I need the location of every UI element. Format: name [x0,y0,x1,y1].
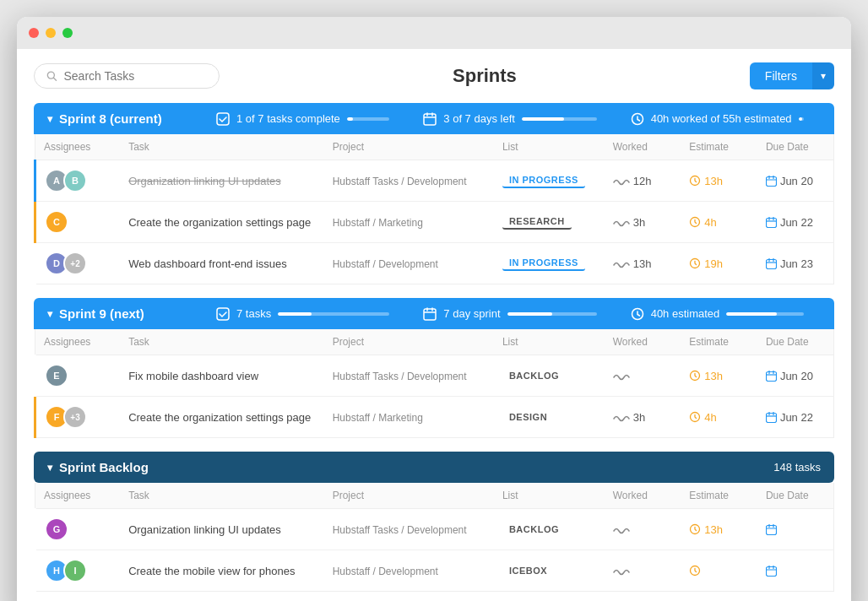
clock-stat-icon [631,112,644,126]
chevron-icon[interactable]: ▾ [47,462,52,474]
assignees-cell: HI [35,550,121,592]
duedate-value: Jun 22 [766,411,825,424]
sprint-stat3-sprint9: 40h estimated [614,307,821,321]
list-badge: IN PROGRESS [502,173,585,188]
sprint-title-sprint8: ▾ Sprint 8 (current) [47,111,199,126]
svg-rect-24 [424,309,436,320]
sprint-stat1-sprint8: 1 of 7 tasks complete [199,112,406,126]
close-dot[interactable] [29,28,39,38]
project-cell: Hubstaff Tasks / Development [324,355,494,397]
col-header-list: List [494,483,605,509]
filters-caret-button[interactable]: ▾ [812,62,834,89]
sprint-stat2-text: 7 day sprint [443,307,500,320]
duedate-value: Jun 20 [766,175,825,187]
col-header-worked: Worked [605,329,681,355]
project-name: Hubstaff Tasks / Development [333,371,467,382]
calendar-stat-icon [423,112,437,126]
assignees-cell: D+2 [35,243,121,284]
project-name: Hubstaff / Development [333,258,438,270]
chevron-icon[interactable]: ▾ [47,113,52,125]
list-cell: BACKLOG [494,355,605,397]
filters-button[interactable]: Filters [750,62,812,89]
project-cell: Hubstaff Tasks / Development [324,509,494,550]
top-bar: Sprints Filters ▾ [34,62,834,89]
sprint-stat1-text: 7 tasks [236,307,271,320]
col-header-assignees: Assignees [35,483,121,509]
estimate-value: 13h [689,175,749,187]
estimate-cell: 13h [681,355,757,397]
duedate-cell: Jun 22 [757,202,834,243]
maximize-dot[interactable] [62,28,73,38]
svg-rect-3 [424,114,436,125]
search-input[interactable] [63,69,207,83]
sprint-stat2-text: 3 of 7 days left [443,112,515,125]
app-body: Sprints Filters ▾ ▾ Sprint 8 (current) 1… [17,49,851,601]
task-cell[interactable]: Web dashboard front-end issues [120,243,324,284]
project-name: Hubstaff Tasks / Development [333,524,467,536]
table-row: AB Organization linking UI updates Hubst… [35,160,834,202]
table-row: HI Create the mobile view for phones Hub… [35,550,834,592]
col-header-project: Project [324,329,494,355]
estimate-cell: 4h [681,202,757,243]
avatar-count: +2 [63,252,87,275]
stat-bar2 [522,117,597,121]
list-badge: IN PROGRESS [502,256,585,271]
col-header-task: Task [120,483,324,509]
table-row: E Fix mobile dashboard view Hubstaff Tas… [35,355,834,397]
clock-stat-icon [631,307,644,321]
project-name: Hubstaff / Marketing [333,217,423,229]
estimate-value: 4h [689,411,749,424]
estimate-cell: 13h [681,160,757,202]
assignees-cell: F+3 [35,397,121,438]
task-cell[interactable]: Organization linking UI updates [120,509,324,550]
col-header-worked: Worked [605,134,681,160]
task-cell[interactable]: Create the mobile view for phones [120,550,324,592]
task-name: Create the organization settings page [128,411,311,424]
list-badge: RESEARCH [502,214,572,230]
col-header-estimate: Estimate [681,483,757,509]
worked-value [613,371,673,381]
chevron-icon[interactable]: ▾ [47,308,52,320]
worked-value: 3h [613,216,673,229]
project-cell: Hubstaff / Marketing [324,202,494,243]
col-header-estimate: Estimate [681,329,757,355]
duedate-value [766,524,825,535]
worked-value [613,524,673,534]
estimate-value [689,565,749,577]
list-cell: BACKLOG [494,509,605,550]
duedate-cell: Jun 20 [757,160,834,202]
project-cell: Hubstaff / Development [324,243,494,284]
worked-cell: 3h [605,397,681,438]
table-row: G Organization linking UI updates Hubsta… [35,509,834,550]
avatar: C [45,210,68,234]
duedate-cell [757,550,834,592]
task-cell[interactable]: Organization linking UI updates [120,160,324,202]
col-header-due-date: Due Date [757,483,834,509]
task-table-sprint9: AssigneesTaskProjectListWorkedEstimateDu… [34,329,834,438]
task-name: Create the mobile view for phones [128,565,295,577]
estimate-cell: 19h [681,243,757,284]
task-cell[interactable]: Create the organization settings page [120,202,324,243]
worked-cell [605,550,681,592]
list-cell: ICEBOX [494,550,605,592]
list-cell: IN PROGRESS [494,160,605,202]
task-cell[interactable]: Create the organization settings page [120,397,324,438]
task-cell[interactable]: Fix mobile dashboard view [120,355,324,397]
duedate-cell [757,509,834,550]
stat-bar3 [726,312,804,316]
sprint-stat1-text: 1 of 7 tasks complete [236,112,340,125]
project-cell: Hubstaff Tasks / Development [324,160,494,202]
sprint-name-sprint8: Sprint 8 (current) [59,111,162,126]
minimize-dot[interactable] [46,28,56,38]
search-box[interactable] [34,63,220,89]
sprint-backlog-header: ▾ Sprint Backlog 148 tasks [34,452,834,483]
col-header-estimate: Estimate [681,134,757,160]
task-name: Web dashboard front-end issues [128,257,287,270]
list-cell: IN PROGRESS [494,243,605,284]
svg-rect-9 [766,176,776,186]
col-header-due-date: Due Date [757,134,834,160]
svg-rect-19 [766,259,776,268]
app-window: Sprints Filters ▾ ▾ Sprint 8 (current) 1… [17,17,851,601]
task-name: Create the organization settings page [128,216,311,229]
duedate-value [766,566,825,577]
